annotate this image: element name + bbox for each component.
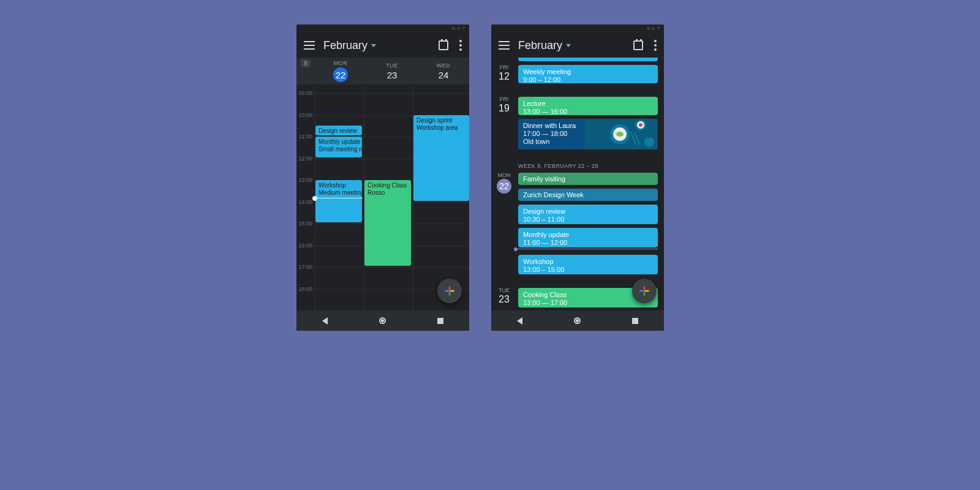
day-header-row: 8 MON 22 TUE 23 WED 24 [296,58,469,85]
month-dropdown[interactable]: February [323,39,376,52]
day-header-tue[interactable]: TUE 23 [366,58,418,85]
phone-agenda-view: February FRI12Weekly meeting9:00 – 12:00… [491,24,664,331]
calendar-event[interactable]: Monthly updateSmall meeting ro [315,137,362,157]
agenda-event[interactable]: Weekly meeting9:00 – 12:00 [518,65,658,83]
svg-rect-1 [449,292,451,296]
hour-label: 16:00 [296,243,315,249]
svg-rect-0 [449,287,451,291]
agenda-event[interactable] [518,58,658,61]
menu-icon[interactable] [499,41,510,50]
nav-back-icon[interactable] [322,317,328,325]
calendar-event[interactable]: WorkshopMedium meeting [315,180,362,222]
week-number-badge: 8 [296,58,315,85]
event-illustration [603,119,658,149]
hour-label: 18:00 [296,286,315,292]
agenda-event[interactable]: Dinner with Laura17:00 — 18:00Old town [518,119,658,149]
day-header-mon[interactable]: MON 22 [315,58,366,85]
agenda-event[interactable]: Lecture13:00 — 16:00 [518,97,658,115]
agenda-date: FRI12 [491,64,517,82]
hour-label: 09:00 [296,90,315,96]
overflow-menu-icon[interactable] [459,40,462,51]
hour-label: 14:00 [296,199,315,205]
add-event-fab[interactable] [437,279,462,303]
svg-rect-16 [645,290,649,292]
hour-label: 12:00 [296,156,315,162]
month-dropdown[interactable]: February [518,39,571,52]
nav-recent-icon[interactable] [632,318,638,324]
add-event-fab[interactable] [632,279,657,303]
hour-label: 10:00 [296,112,315,118]
overflow-menu-icon[interactable] [654,40,657,51]
agenda-event[interactable]: Workshop13:00 – 15:00 [518,255,658,274]
hour-label: 11:00 [296,134,315,140]
svg-rect-13 [644,287,646,291]
month-label: February [323,39,368,52]
hour-label: 13:00 [296,177,315,183]
window-controls [452,27,466,30]
svg-rect-2 [445,290,450,292]
agenda-date: TUE23 [491,287,517,305]
nav-back-icon[interactable] [517,317,522,325]
nav-home-icon[interactable] [574,317,581,324]
chevron-down-icon [371,44,376,47]
week-header: WEEK 8, FEBRUARY 22 – 28 [518,163,598,169]
day-header-wed[interactable]: WED 24 [418,58,469,85]
svg-point-10 [644,137,654,147]
agenda-date: FRI19 [491,96,517,114]
today-icon[interactable] [633,40,643,50]
today-icon[interactable] [439,40,448,50]
nav-recent-icon[interactable] [437,318,443,324]
agenda-event[interactable]: Family visiting [518,173,658,185]
calendar-event[interactable]: Design sprintWorkshop area [413,115,469,201]
current-time-indicator [516,249,658,249]
plus-icon [638,285,650,297]
week-grid[interactable]: 09:0010:0011:0012:0013:0014:0015:0016:00… [296,85,469,311]
svg-point-9 [639,123,643,127]
calendar-event[interactable]: Design review [315,126,362,135]
agenda-event[interactable]: Monthly update11:00 — 12:00 [518,228,658,247]
current-time-indicator [315,198,363,198]
plus-icon [443,285,456,297]
calendar-event[interactable]: Cooking ClassRosso [364,180,411,266]
svg-rect-15 [640,290,644,292]
hour-label: 15:00 [296,221,315,227]
hour-label: 17:00 [296,264,315,270]
android-navbar [491,311,664,331]
chevron-down-icon [566,44,571,47]
agenda-event[interactable]: Zurich Design Week [518,189,658,201]
svg-rect-3 [450,290,454,292]
appbar: February [296,33,469,58]
agenda-date: MON22 [491,172,517,194]
appbar: February [491,33,664,58]
svg-rect-14 [644,292,646,296]
menu-icon[interactable] [304,41,315,50]
agenda-event[interactable]: Design review10:30 – 11:00 [518,205,658,224]
window-controls [647,27,660,30]
android-navbar [296,311,469,331]
nav-home-icon[interactable] [379,317,386,324]
agenda-list[interactable]: FRI12Weekly meeting9:00 – 12:00FRI19Lect… [491,58,664,311]
phone-week-view: February 8 MON 22 TUE 23 WED 24 09:0010:… [296,24,469,331]
month-label: February [518,39,562,52]
